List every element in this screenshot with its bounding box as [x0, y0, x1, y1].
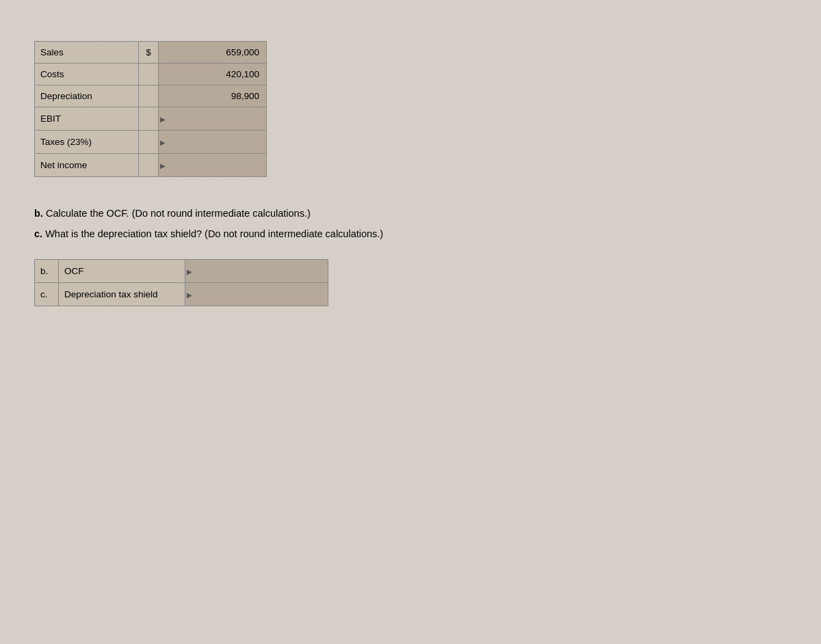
table-row: Costs420,100 — [35, 64, 267, 85]
currency-cell — [138, 131, 158, 154]
row-label: Sales — [35, 42, 139, 64]
value-input-taxes-23[interactable] — [164, 134, 261, 150]
income-statement-table: Sales$659,000Costs420,100Depreciation98,… — [34, 41, 267, 177]
input-cell[interactable] — [159, 107, 267, 131]
value-input-net-income[interactable] — [164, 157, 261, 173]
part-c-text: What is the depreciation tax shield? — [45, 228, 205, 239]
row-label: Costs — [35, 64, 139, 85]
part-b-text: Calculate the OCF. — [46, 208, 132, 219]
bc-table-row: b.OCF — [35, 260, 328, 283]
row-value: 98,900 — [159, 85, 267, 107]
currency-cell — [138, 154, 158, 177]
currency-cell — [138, 64, 158, 85]
part-c-highlight: (Do not round intermediate calculations.… — [205, 228, 383, 239]
bc-table-row: c.Depreciation tax shield — [35, 283, 328, 306]
bc-value-input-depreciation-tax-shield[interactable] — [191, 286, 322, 302]
row-label: Net income — [35, 154, 139, 177]
part-c-label: c. — [34, 228, 42, 239]
table-row: Taxes (23%) — [35, 131, 267, 154]
bc-table: b.OCFc.Depreciation tax shield — [34, 259, 328, 306]
table-row: EBIT — [35, 107, 267, 131]
table-row: Depreciation98,900 — [35, 85, 267, 107]
input-cell[interactable] — [159, 154, 267, 177]
part-label: b. — [35, 260, 59, 283]
bc-table-wrapper: b.OCFc.Depreciation tax shield — [34, 259, 787, 306]
income-table-wrapper: Sales$659,000Costs420,100Depreciation98,… — [34, 41, 787, 177]
page-container: Sales$659,000Costs420,100Depreciation98,… — [34, 41, 787, 306]
row-label: EBIT — [35, 107, 139, 131]
row-label: Depreciation — [35, 85, 139, 107]
row-value: 420,100 — [159, 64, 267, 85]
table-row: Net income — [35, 154, 267, 177]
bc-value-input-ocf[interactable] — [191, 263, 322, 279]
bc-row-label: OCF — [58, 260, 185, 283]
bc-input-cell[interactable] — [185, 283, 328, 306]
table-row: Sales$659,000 — [35, 42, 267, 64]
part-b-highlight: (Do not round intermediate calculations.… — [132, 208, 311, 219]
currency-cell — [138, 85, 158, 107]
bc-row-label: Depreciation tax shield — [58, 283, 185, 306]
section-questions: b. Calculate the OCF. (Do not round inte… — [34, 204, 787, 243]
currency-cell — [138, 107, 158, 131]
value-input-ebit[interactable] — [164, 111, 261, 126]
part-label: c. — [35, 283, 59, 306]
currency-cell: $ — [138, 42, 158, 64]
input-cell[interactable] — [159, 131, 267, 154]
row-label: Taxes (23%) — [35, 131, 139, 154]
row-value: 659,000 — [159, 42, 267, 64]
part-b-label: b. — [34, 208, 43, 219]
bc-input-cell[interactable] — [185, 260, 328, 283]
